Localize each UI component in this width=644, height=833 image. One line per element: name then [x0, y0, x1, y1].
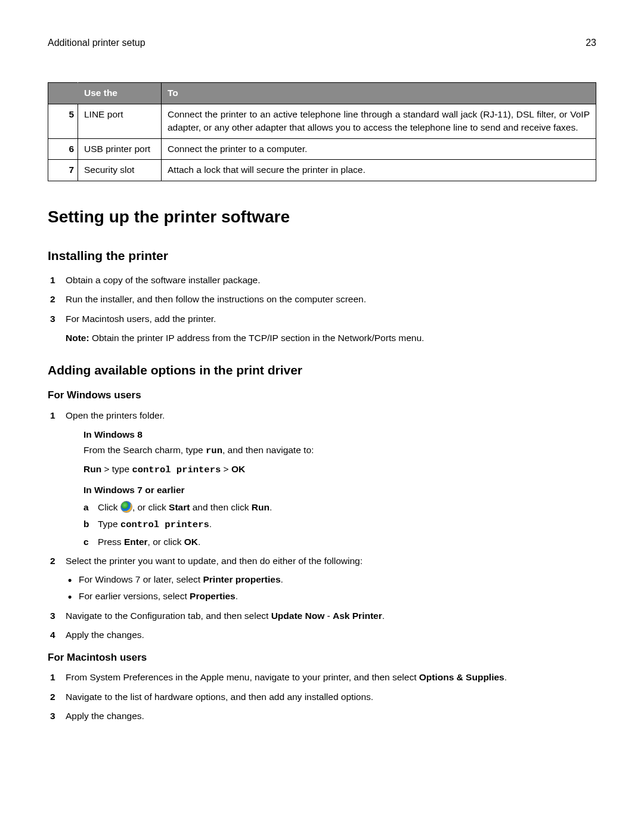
list-item: 2 Navigate to the list of hardware optio…	[48, 690, 596, 704]
windows8-block: In Windows 8 From the Search charm, type…	[83, 428, 596, 549]
windows-steps: 1 Open the printers folder. In Windows 8…	[48, 409, 596, 642]
alpha-marker: b	[83, 518, 89, 531]
step-text: Select the printer you want to update, a…	[66, 556, 363, 566]
row-use: LINE port	[78, 104, 162, 138]
gt: >	[221, 464, 231, 474]
windows-start-icon	[120, 501, 132, 513]
row-to: Connect the printer to an active telepho…	[162, 104, 596, 138]
step-text: Apply the changes.	[66, 630, 144, 640]
step-marker: 1	[50, 409, 55, 422]
list-item: 2 Run the installer, and then follow the…	[48, 293, 596, 306]
step-text: Obtain a copy of the software installer …	[66, 275, 261, 285]
ports-table: Use the To 5 LINE port Connect the print…	[48, 82, 596, 181]
step-text: Run the installer, and then follow the i…	[66, 294, 366, 304]
page-header: Additional printer setup 23	[48, 36, 596, 49]
step-marker: 2	[50, 293, 55, 306]
step-marker: 3	[50, 609, 55, 623]
win8-runline: Run > type control printers > OK	[83, 463, 596, 476]
ask-printer-bold: Ask Printer	[333, 611, 382, 621]
row-to: Attach a lock that will secure the print…	[162, 160, 596, 181]
win7-heading: In Windows 7 or earlier	[83, 484, 596, 497]
step-text: Open the printers folder.	[66, 410, 165, 420]
table-row: 6 USB printer port Connect the printer t…	[48, 138, 596, 159]
dash: ‑	[324, 611, 333, 621]
row-num: 6	[48, 138, 78, 159]
text: Click	[98, 502, 120, 512]
note-label: Note:	[66, 333, 89, 343]
update-now-bold: Update Now	[271, 611, 325, 621]
step-marker: 1	[50, 274, 55, 287]
list-item: a Click , or click Start and then click …	[83, 501, 596, 514]
text: .	[209, 519, 212, 529]
list-item: 3 For Macintosh users, add the printer. …	[48, 312, 596, 345]
step-marker: 3	[50, 710, 55, 723]
properties-bold: Properties	[190, 591, 236, 601]
list-item: c Press Enter, or click OK.	[83, 535, 596, 549]
list-item: 2 Select the printer you want to update,…	[48, 555, 596, 603]
step-marker: 1	[50, 671, 55, 684]
text: , or click	[132, 502, 169, 512]
page-number: 23	[586, 36, 596, 49]
printer-properties-bold: Printer properties	[203, 574, 280, 584]
list-item: 1 Obtain a copy of the software installe…	[48, 274, 596, 287]
ok-bold: OK	[184, 537, 198, 547]
step-marker: 2	[50, 555, 55, 568]
text: , or click	[148, 537, 184, 547]
text: For Windows 7 or later, select	[79, 574, 203, 584]
step-text: For Macintosh users, add the printer.	[66, 314, 216, 324]
select-bullets: For Windows 7 or later, select Printer p…	[66, 573, 596, 603]
table-row: 5 LINE port Connect the printer to an ac…	[48, 104, 596, 138]
code-control-printers: control printers	[120, 519, 209, 530]
row-num: 7	[48, 160, 78, 181]
heading-setting-up-software: Setting up the printer software	[48, 205, 596, 230]
code-run: run	[206, 445, 222, 456]
text: From the Search charm, type	[83, 445, 206, 455]
options-supplies-bold: Options & Supplies	[419, 672, 504, 682]
run-bold: Run	[252, 502, 270, 512]
table-header-blank	[48, 83, 78, 104]
text: .	[236, 591, 238, 601]
gt: >	[101, 464, 112, 474]
note-text: Obtain the printer IP address from the T…	[89, 333, 425, 343]
step-marker: 4	[50, 628, 55, 642]
code-control-printers: control printers	[132, 465, 221, 475]
text: .	[270, 502, 272, 512]
list-item: 1 From System Preferences in the Apple m…	[48, 671, 596, 684]
alpha-marker: a	[83, 501, 89, 514]
row-num: 5	[48, 104, 78, 138]
win8-heading: In Windows 8	[83, 428, 596, 441]
text: .	[382, 611, 385, 621]
table-row: 7 Security slot Attach a lock that will …	[48, 160, 596, 181]
text: and then click	[190, 502, 251, 512]
row-use: USB printer port	[78, 138, 162, 159]
run-bold: Run	[83, 464, 101, 474]
step-marker: 2	[50, 690, 55, 704]
win7-alpha-list: a Click , or click Start and then click …	[83, 501, 596, 549]
page-root: Additional printer setup 23 Use the To 5…	[0, 0, 644, 753]
list-item: For earlier versions, select Properties.	[66, 590, 596, 603]
ok-bold: OK	[231, 464, 245, 474]
heading-for-macintosh: For Macintosh users	[48, 651, 596, 665]
list-item: 4 Apply the changes.	[48, 628, 596, 642]
text: .	[504, 672, 507, 682]
type-word: type	[112, 464, 132, 474]
list-item: 3 Navigate to the Configuration tab, and…	[48, 609, 596, 623]
text: Press	[98, 537, 124, 547]
text: Navigate to the Configuration tab, and t…	[66, 611, 271, 621]
win8-line: From the Search charm, type run, and the…	[83, 444, 596, 457]
text: From System Preferences in the Apple men…	[66, 672, 419, 682]
table-header-to: To	[162, 83, 596, 104]
list-item: b Type control printers.	[83, 518, 596, 531]
list-item: For Windows 7 or later, select Printer p…	[66, 573, 596, 586]
install-steps: 1 Obtain a copy of the software installe…	[48, 274, 596, 345]
heading-adding-options: Adding available options in the print dr…	[48, 361, 596, 379]
mac-steps: 1 From System Preferences in the Apple m…	[48, 671, 596, 723]
list-item: 1 Open the printers folder. In Windows 8…	[48, 409, 596, 549]
heading-installing-printer: Installing the printer	[48, 247, 596, 265]
row-to: Connect the printer to a computer.	[162, 138, 596, 159]
text: .	[281, 574, 283, 584]
text: Type	[98, 519, 120, 529]
row-use: Security slot	[78, 160, 162, 181]
text: .	[198, 537, 200, 547]
step-marker: 3	[50, 312, 55, 326]
